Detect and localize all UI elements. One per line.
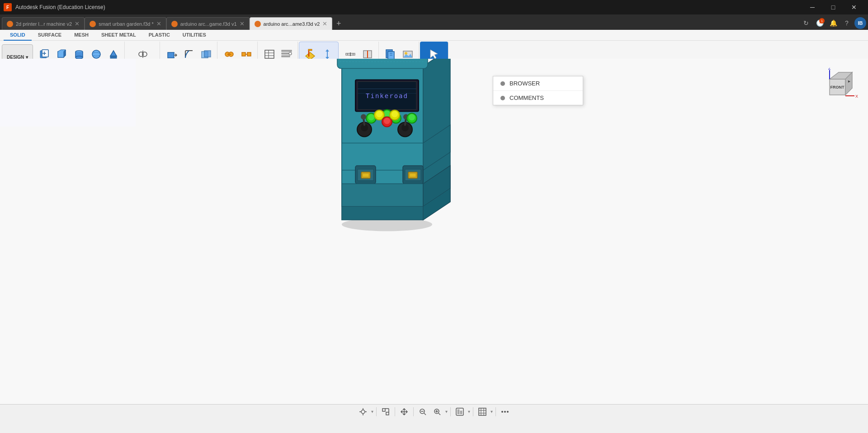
tab-icon (171, 21, 178, 27)
svg-point-96 (392, 111, 398, 118)
svg-rect-143 (479, 408, 486, 415)
3d-model-arcade: Tinkeroad (382, 121, 554, 357)
tab-2[interactable]: smart urban garden.f3d * ✕ (85, 17, 166, 30)
tab-4[interactable]: arduino arc...ame3.f3d v2 ✕ (250, 17, 333, 30)
mode-tab-row: SOLID SURFACE MESH SHEET METAL PLASTIC U… (0, 30, 868, 41)
tab-close[interactable]: ✕ (75, 20, 80, 27)
separator (376, 407, 377, 416)
dot-icon (500, 81, 505, 86)
svg-point-149 (504, 411, 506, 413)
svg-text:X: X (855, 94, 858, 99)
grid-settings-button[interactable] (476, 405, 489, 418)
grid-background (0, 59, 136, 127)
mode-tab-surface[interactable]: SURFACE (32, 30, 68, 41)
svg-point-84 (368, 114, 374, 121)
svg-rect-59 (0, 59, 136, 127)
tab-close[interactable]: ✕ (156, 20, 161, 27)
move-pivot-button[interactable] (357, 405, 369, 418)
svg-rect-129 (382, 409, 385, 411)
svg-rect-140 (456, 408, 463, 415)
separator (413, 407, 414, 416)
tab-bar: 2d printer l...r machine v2 ✕ smart urba… (0, 14, 868, 30)
history-badge: 1 (819, 18, 825, 24)
svg-rect-141 (458, 409, 459, 414)
app-title: Autodesk Fusion (Education License) (15, 4, 105, 10)
svg-point-9 (75, 56, 83, 59)
tab-icon (255, 21, 261, 27)
mode-tab-sheet-metal[interactable]: SHEET METAL (95, 30, 142, 41)
svg-point-86 (384, 111, 390, 117)
tab-3[interactable]: arduino arc...game.f3d v1 ✕ (166, 17, 250, 30)
bottom-toolbar: ▾ (0, 404, 868, 419)
dropdown-item-browser[interactable]: BROWSER (493, 76, 583, 90)
viewport[interactable]: Tinkeroad (0, 59, 868, 419)
svg-rect-19 (168, 52, 174, 58)
tab-label: 2d printer l...r machine v2 (16, 21, 72, 27)
refresh-button[interactable]: ↻ (800, 17, 812, 29)
mode-tab-solid[interactable]: SOLID (4, 30, 32, 41)
mode-tab-plastic[interactable]: PLASTIC (142, 30, 176, 41)
zoom-in-button[interactable] (431, 405, 443, 418)
svg-rect-27 (242, 52, 245, 56)
display-settings-button[interactable] (453, 405, 466, 418)
svg-rect-130 (386, 412, 389, 415)
mode-tab-mesh[interactable]: MESH (68, 30, 95, 41)
tab-close[interactable]: ✕ (240, 20, 245, 27)
svg-text:FRONT: FRONT (830, 85, 844, 89)
svg-point-94 (384, 118, 390, 124)
view-cube[interactable]: FRONT ▶ X Z (823, 68, 859, 104)
svg-text:Tinkeroad: Tinkeroad (366, 92, 408, 99)
help-button[interactable]: ? (841, 17, 853, 29)
svg-rect-66 (337, 59, 428, 69)
svg-rect-104 (410, 174, 416, 177)
tab-bar-right: ↻ 🕐 1 🔔 ? IB (800, 17, 866, 30)
svg-marker-14 (110, 51, 117, 56)
svg-marker-42 (326, 49, 329, 52)
svg-rect-28 (247, 52, 251, 56)
svg-text:Z: Z (828, 68, 831, 71)
mode-tab-utilities[interactable]: UTILITIES (176, 30, 212, 41)
svg-rect-51 (388, 52, 394, 60)
separator (473, 407, 473, 416)
add-tab-button[interactable]: + (332, 17, 345, 30)
maximize-button[interactable]: □ (823, 0, 844, 14)
fit-to-screen-button[interactable] (379, 405, 392, 418)
svg-point-78 (361, 114, 366, 120)
pan-button[interactable] (398, 405, 410, 418)
svg-point-12 (92, 50, 100, 58)
svg-rect-23 (204, 51, 211, 57)
user-avatar[interactable]: IB (854, 17, 866, 29)
construct-dropdown-menu: BROWSER COMMENTS (493, 76, 583, 105)
browser-label: BROWSER (509, 80, 540, 87)
svg-line-137 (439, 413, 440, 415)
svg-rect-142 (460, 411, 462, 414)
svg-rect-40 (308, 49, 312, 51)
svg-rect-34 (282, 50, 292, 52)
tab-close[interactable]: ✕ (322, 20, 327, 27)
svg-point-148 (501, 411, 503, 413)
tab-label: arduino arc...game.f3d v1 (180, 21, 237, 27)
title-bar: F Autodesk Fusion (Education License) ─ … (0, 0, 868, 14)
more-button[interactable] (499, 405, 511, 418)
tab-icon (7, 21, 13, 27)
svg-rect-100 (363, 174, 369, 177)
svg-point-92 (376, 111, 382, 118)
zoom-out-button[interactable] (416, 405, 429, 418)
svg-marker-57 (430, 50, 438, 59)
tab-1[interactable]: 2d printer l...r machine v2 ✕ (2, 17, 85, 30)
history-button[interactable]: 🕐 1 (814, 17, 826, 29)
title-bar-controls: ─ □ ✕ (802, 0, 864, 14)
svg-rect-107 (342, 207, 423, 220)
dropdown-item-comments[interactable]: COMMENTS (493, 91, 583, 105)
comments-label: COMMENTS (509, 94, 544, 101)
tab-label: smart urban garden.f3d * (99, 21, 154, 27)
close-button[interactable]: ✕ (844, 0, 864, 14)
minimize-button[interactable]: ─ (802, 0, 823, 14)
svg-rect-30 (265, 50, 274, 58)
title-bar-left: F Autodesk Fusion (Education License) (4, 3, 105, 11)
tab-icon (90, 21, 96, 27)
tab-label: arduino arc...ame3.f3d v2 (264, 21, 320, 27)
notification-button[interactable]: 🔔 (827, 17, 839, 29)
svg-point-150 (507, 411, 509, 413)
separator (395, 407, 395, 416)
